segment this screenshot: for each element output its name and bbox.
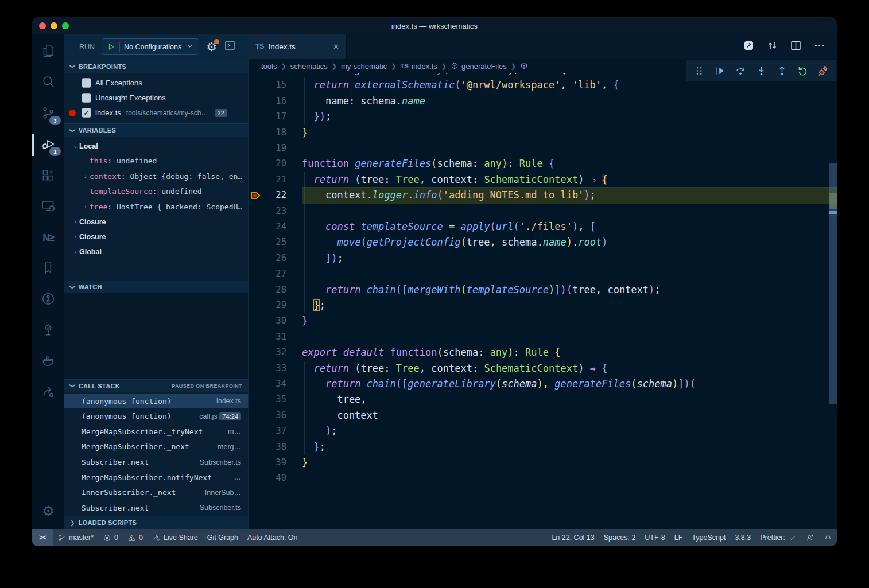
code-line-39[interactable]: 39} (249, 455, 837, 470)
launch-config-dropdown[interactable]: No Configurations (102, 38, 199, 55)
gutter-glyph[interactable] (249, 172, 263, 188)
continue-icon[interactable] (712, 63, 728, 79)
activity-live-share-icon[interactable] (34, 380, 62, 406)
activity-search-icon[interactable] (34, 70, 62, 96)
step-over-icon[interactable] (732, 63, 748, 79)
activity-source-control-icon[interactable]: 3 (34, 101, 62, 127)
code-line-28[interactable]: 28 return chain([mergeWith(templateSourc… (249, 282, 837, 298)
activity-testing-icon[interactable] (34, 318, 62, 344)
code-line-37[interactable]: 37 ); (249, 423, 837, 439)
gutter-glyph[interactable] (249, 361, 263, 376)
code-area[interactable]: 14function generateLibrary(schema: any):… (249, 68, 837, 529)
code-line-16[interactable]: 16 name: schema.name (249, 94, 837, 109)
gutter-glyph[interactable] (249, 109, 263, 124)
variable-row[interactable]: ›context: Object {debug: false, en… (64, 169, 248, 184)
code-line-31[interactable]: 31 (249, 329, 837, 345)
code-line-19[interactable]: 19 (249, 141, 837, 156)
loaded-scripts-header[interactable]: ❯LOADED SCRIPTS (64, 516, 248, 529)
maximize-window-icon[interactable] (62, 22, 69, 29)
gutter-glyph[interactable] (249, 408, 263, 423)
call-stack-frame[interactable]: MergeMapSubscriber.notifyNext… (64, 470, 248, 485)
code-line-38[interactable]: 38 }; (249, 439, 837, 455)
variable-row[interactable]: ⌄Local (64, 138, 248, 153)
code-line-17[interactable]: 17 }); (249, 109, 837, 124)
breadcrumb-item[interactable]: generateFiles (451, 62, 507, 71)
compare-changes-icon[interactable] (766, 40, 778, 54)
gutter-glyph[interactable] (249, 251, 263, 266)
gutter-glyph[interactable] (249, 219, 263, 235)
gutter-glyph[interactable] (249, 266, 263, 282)
open-changes-icon[interactable] (743, 40, 755, 54)
breadcrumb-item[interactable]: my-schematic (341, 62, 387, 71)
code-line-21[interactable]: 21 return (tree: Tree, context: Schemati… (249, 172, 837, 188)
code-line-29[interactable]: 29 }; (249, 298, 837, 313)
traffic-lights[interactable] (39, 22, 69, 29)
gutter-glyph[interactable] (249, 392, 263, 407)
disconnect-icon[interactable] (815, 63, 831, 79)
chevron-right-icon[interactable]: › (71, 249, 79, 255)
watch-header[interactable]: ❯WATCH (64, 281, 248, 294)
activity-explorer-icon[interactable] (34, 39, 62, 65)
split-editor-icon[interactable] (790, 40, 802, 54)
variable-row[interactable]: this: undefined (64, 154, 248, 169)
gutter-glyph[interactable] (249, 439, 263, 455)
variable-row[interactable]: ›Global (64, 244, 248, 259)
tab-index-ts[interactable]: TS index.ts ✕ (249, 34, 347, 59)
code-line-20[interactable]: 20function generateFiles(schema: any): R… (249, 156, 837, 172)
titlebar[interactable]: index.ts — wrkschematics (32, 17, 837, 34)
breadcrumb-item[interactable]: TSindex.ts (400, 62, 437, 71)
chevron-right-icon[interactable]: › (71, 233, 79, 240)
gutter-glyph[interactable] (249, 313, 263, 329)
git-graph[interactable]: Git Graph (203, 529, 243, 546)
gutter-glyph[interactable] (249, 141, 263, 156)
breakpoint-row[interactable]: All Exceptions (64, 76, 248, 91)
cursor-position[interactable]: Ln 22, Col 13 (547, 529, 599, 546)
debug-current-step-icon[interactable] (249, 188, 263, 203)
warning-count[interactable]: 0 (123, 529, 148, 546)
code-line-33[interactable]: 33 return (tree: Tree, context: Schemati… (249, 361, 837, 376)
chevron-down-icon[interactable]: ⌄ (71, 143, 79, 149)
activity-settings-gear-icon[interactable]: ⚙ (34, 498, 62, 524)
variable-row[interactable]: templateSource: undefined (64, 184, 248, 199)
close-tab-icon[interactable]: ✕ (333, 42, 339, 51)
gutter-glyph[interactable] (249, 470, 263, 486)
call-stack-frame[interactable]: Subscriber.nextSubscriber.ts (64, 500, 248, 516)
code-line-18[interactable]: 18} (249, 125, 837, 141)
restart-icon[interactable] (794, 63, 810, 79)
call-stack-frame[interactable]: (anonymous function)index.ts (64, 394, 248, 409)
gutter-glyph[interactable] (249, 376, 263, 392)
indentation[interactable]: Spaces: 2 (599, 529, 641, 546)
call-stack-frame[interactable]: InnerSubscriber._nextInnerSub… (64, 485, 248, 500)
code-line-25[interactable]: 25 move(getProjectConfig(tree, schema.na… (249, 235, 837, 250)
call-stack-frame[interactable]: Subscriber.nextSubscriber.ts (64, 454, 248, 470)
close-window-icon[interactable] (39, 22, 46, 29)
code-line-23[interactable]: 23 (249, 204, 837, 219)
notifications[interactable] (819, 529, 837, 546)
call-stack-frame[interactable]: (anonymous function)call.js74:24 (64, 408, 248, 424)
drag-handle-icon[interactable] (691, 63, 707, 79)
error-count[interactable]: 0 (98, 529, 123, 546)
checkbox-icon[interactable] (82, 78, 91, 88)
gutter-glyph[interactable] (249, 345, 263, 360)
scrollbar[interactable] (829, 68, 837, 529)
prettier[interactable]: Prettier: (755, 529, 801, 546)
gutter-glyph[interactable] (249, 455, 263, 470)
gutter-glyph[interactable] (249, 423, 263, 439)
chevron-right-icon[interactable]: › (82, 173, 90, 180)
variable-row[interactable]: ›Closure (64, 214, 248, 229)
variables-header[interactable]: ❯VARIABLES (64, 123, 248, 137)
call-stack-frame[interactable]: MergeMapSubscriber._nextmerg… (64, 439, 248, 455)
remote-indicator[interactable]: >< (32, 529, 53, 546)
feedback[interactable] (801, 529, 819, 546)
code-line-35[interactable]: 35 tree, (249, 392, 837, 407)
gutter-glyph[interactable] (249, 204, 263, 219)
step-out-icon[interactable] (774, 63, 790, 79)
gutter-glyph[interactable] (249, 235, 263, 250)
chevron-right-icon[interactable]: › (82, 204, 90, 210)
activity-bookmarks-icon[interactable] (34, 256, 62, 282)
code-line-36[interactable]: 36 context (249, 408, 837, 423)
checkbox-icon[interactable]: ✓ (82, 108, 91, 118)
language-mode[interactable]: TypeScript (687, 529, 730, 546)
eol[interactable]: LF (670, 529, 688, 546)
activity-remote-explorer-icon[interactable] (34, 194, 62, 220)
